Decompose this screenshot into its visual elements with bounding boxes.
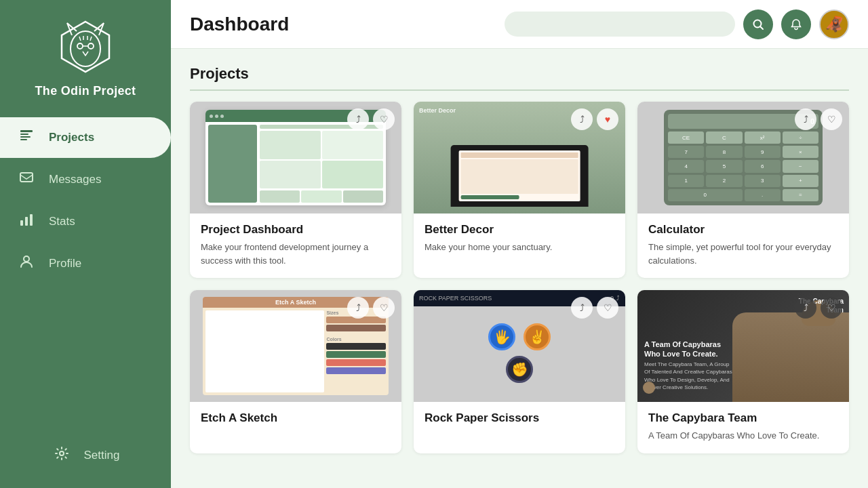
card-thumbnail-better-decor: Better Decor ⤴ ♥: [414, 102, 625, 214]
card-body-better-decor: Better Decor Make your home your sanctua…: [414, 214, 625, 265]
card-actions-calculator: ⤴ ♡: [795, 108, 842, 130]
card-actions-dashboard: ⤴ ♡: [347, 108, 395, 130]
like-button-capybara[interactable]: ♡: [821, 297, 842, 319]
project-card-calculator[interactable]: 0 CECx²÷ 789× 456− 123+ 0.= ⤴ ♡: [637, 102, 849, 278]
card-thumbnail-dashboard: ⤴ ♡: [190, 102, 401, 214]
sidebar-item-setting[interactable]: Setting: [35, 435, 136, 476]
svg-point-3: [88, 43, 94, 49]
card-desc-capybara: A Team Of Capybaras Who Love To Create.: [648, 429, 838, 443]
sidebar-item-messages[interactable]: Messages: [0, 159, 171, 200]
share-button-etch[interactable]: ⤴: [347, 297, 369, 319]
card-desc-dashboard: Make your frontend development journey a…: [201, 241, 391, 267]
messages-icon: [16, 170, 37, 189]
stats-label: Stats: [49, 215, 75, 228]
sidebar-item-projects[interactable]: Projects: [0, 117, 171, 158]
messages-label: Messages: [49, 173, 101, 186]
svg-line-20: [761, 26, 764, 29]
app-logo: [55, 16, 116, 77]
card-actions-rps: ⤴ ♡: [571, 297, 618, 319]
svg-rect-11: [20, 136, 31, 138]
card-desc-better-decor: Make your home your sanctuary.: [425, 241, 614, 254]
like-button-calculator[interactable]: ♡: [821, 108, 842, 130]
share-button-rps[interactable]: ⤴: [571, 297, 593, 319]
project-card-etch[interactable]: Etch A Sketch Sizes Colors: [190, 290, 401, 453]
sidebar-nav: Projects Messages Stats Profile: [0, 116, 171, 435]
svg-point-1: [71, 31, 100, 66]
card-thumbnail-etch: Etch A Sketch Sizes Colors: [190, 290, 401, 402]
setting-icon: [52, 446, 72, 465]
projects-grid: ⤴ ♡ Project Dashboard Make your frontend…: [190, 102, 849, 453]
svg-point-17: [24, 256, 29, 262]
svg-rect-12: [20, 139, 27, 140]
like-button-etch[interactable]: ♡: [373, 297, 395, 319]
profile-icon: [16, 254, 37, 273]
svg-rect-14: [20, 220, 23, 226]
svg-point-2: [77, 43, 83, 49]
card-desc-calculator: The simple, yet powerful tool for your e…: [648, 241, 838, 267]
project-card-better-decor[interactable]: Better Decor ⤴ ♥ Better Decor Make your …: [414, 102, 625, 278]
search-button[interactable]: [743, 9, 773, 39]
svg-rect-9: [20, 130, 33, 132]
search-input[interactable]: [505, 12, 735, 37]
sidebar-item-profile[interactable]: Profile: [0, 243, 171, 284]
card-title-better-decor: Better Decor: [425, 223, 614, 237]
svg-point-18: [60, 451, 64, 455]
sidebar: The Odin Project Projects Messages Stats…: [0, 0, 171, 488]
topbar: Dashboard 🦧: [171, 0, 868, 49]
svg-rect-13: [20, 173, 33, 182]
card-title-capybara: The Capybara Team: [648, 411, 838, 425]
share-button-capybara[interactable]: ⤴: [795, 297, 816, 319]
stats-icon: [16, 212, 37, 231]
card-actions-etch: ⤴ ♡: [347, 297, 395, 319]
card-body-dashboard: Project Dashboard Make your frontend dev…: [190, 214, 401, 278]
card-body-capybara: The Capybara Team A Team Of Capybaras Wh…: [637, 402, 849, 453]
card-title-dashboard: Project Dashboard: [201, 223, 391, 237]
project-card-rps[interactable]: ROCK PAPER SCISSORS 0 ⤴ 🖐 ✌ ✊: [414, 290, 625, 453]
like-button-rps[interactable]: ♡: [597, 297, 618, 319]
main-panel: Dashboard 🦧 Projects: [171, 0, 868, 488]
content-area: Projects: [171, 49, 868, 488]
card-title-calculator: Calculator: [648, 223, 838, 237]
notification-button[interactable]: [781, 9, 811, 39]
share-button-calculator[interactable]: ⤴: [795, 108, 816, 130]
projects-section-header: Projects: [190, 65, 849, 91]
sidebar-item-stats[interactable]: Stats: [0, 201, 171, 242]
profile-label: Profile: [49, 257, 81, 270]
card-body-calculator: Calculator The simple, yet powerful tool…: [637, 214, 849, 278]
projects-label: Projects: [49, 131, 94, 144]
card-title-etch: Etch A Sketch: [201, 411, 391, 425]
card-thumbnail-capybara: The CapybaraTeam A Team Of Capybaras Who…: [637, 290, 849, 402]
card-thumbnail-rps: ROCK PAPER SCISSORS 0 ⤴ 🖐 ✌ ✊: [414, 290, 625, 402]
share-button-better-decor[interactable]: ⤴: [571, 108, 593, 130]
logo-area: The Odin Project: [0, 0, 171, 109]
app-name: The Odin Project: [35, 84, 136, 98]
user-avatar[interactable]: 🦧: [819, 9, 849, 39]
svg-rect-15: [25, 217, 28, 226]
project-card-dashboard[interactable]: ⤴ ♡ Project Dashboard Make your frontend…: [190, 102, 401, 278]
share-button-dashboard[interactable]: ⤴: [347, 108, 369, 130]
projects-icon: [16, 128, 37, 147]
svg-line-5: [79, 37, 81, 41]
project-card-capybara[interactable]: The CapybaraTeam A Team Of Capybaras Who…: [637, 290, 849, 453]
topbar-right: 🦧: [505, 9, 849, 39]
setting-label: Setting: [84, 449, 120, 462]
svg-rect-16: [30, 214, 33, 226]
card-title-rps: Rock Paper Scissors: [425, 411, 614, 425]
card-body-rps: Rock Paper Scissors: [414, 402, 625, 440]
like-button-better-decor[interactable]: ♥: [597, 108, 618, 130]
card-actions-better-decor: ⤴ ♥: [571, 108, 618, 130]
card-thumbnail-calculator: 0 CECx²÷ 789× 456− 123+ 0.= ⤴ ♡: [637, 102, 849, 214]
svg-rect-10: [20, 134, 28, 135]
card-actions-capybara: ⤴ ♡: [795, 297, 842, 319]
like-button-dashboard[interactable]: ♡: [373, 108, 395, 130]
svg-line-8: [90, 37, 92, 41]
page-title: Dashboard: [190, 14, 289, 35]
card-body-etch: Etch A Sketch: [190, 402, 401, 440]
